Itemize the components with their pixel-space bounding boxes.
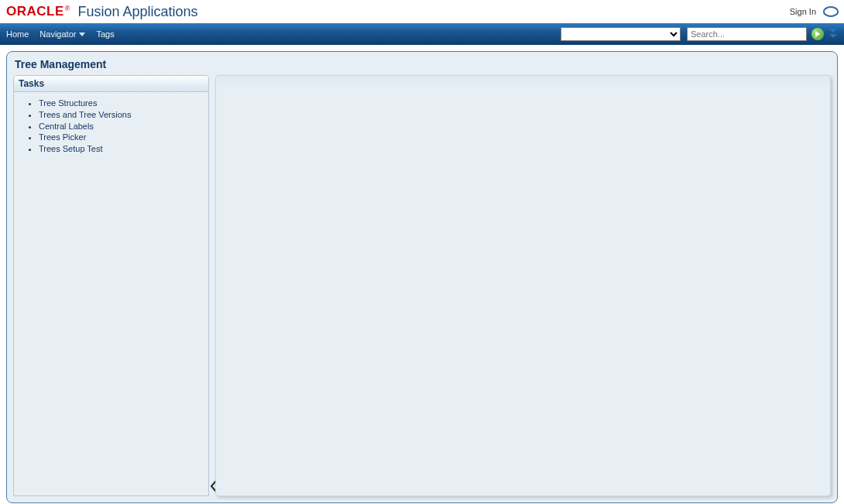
main-content-area bbox=[215, 75, 831, 496]
task-item-label: Trees Setup Test bbox=[39, 144, 103, 153]
page-title: Tree Management bbox=[13, 57, 831, 75]
nav-home-label: Home bbox=[6, 29, 29, 39]
tasks-panel: Tasks Tree Structures Trees and Tree Ver… bbox=[13, 75, 209, 496]
main-frame: Tree Management Tasks Tree Structures Tr… bbox=[6, 51, 838, 503]
nav-tags[interactable]: Tags bbox=[96, 29, 114, 39]
task-item-label: Central Labels bbox=[39, 122, 94, 131]
task-item-trees-setup-test[interactable]: Trees Setup Test bbox=[39, 144, 204, 155]
svg-point-0 bbox=[824, 7, 838, 16]
task-item-central-labels[interactable]: Central Labels bbox=[39, 122, 204, 132]
task-item-label: Tree Structures bbox=[39, 98, 97, 108]
task-item-label: Trees Picker bbox=[39, 132, 86, 142]
play-icon bbox=[815, 31, 821, 37]
oracle-logo-text: ORACLE bbox=[6, 4, 64, 19]
primary-navbar: Home Navigator Tags bbox=[0, 23, 844, 45]
nav-navigator[interactable]: Navigator bbox=[39, 29, 85, 39]
nav-scope-select[interactable] bbox=[561, 27, 681, 41]
search-go-button[interactable] bbox=[811, 28, 824, 40]
task-item-trees-and-tree-versions[interactable]: Trees and Tree Versions bbox=[39, 110, 204, 121]
global-header: ORACLE ® Fusion Applications Sign In bbox=[0, 0, 844, 23]
accessibility-icon[interactable] bbox=[822, 5, 839, 18]
nav-navigator-label: Navigator bbox=[39, 29, 76, 39]
chevron-down-icon bbox=[79, 29, 85, 39]
task-item-label: Trees and Tree Versions bbox=[39, 110, 131, 119]
nav-home[interactable]: Home bbox=[6, 29, 29, 39]
app-title: Fusion Applications bbox=[77, 4, 197, 20]
tasks-panel-body: Tree Structures Trees and Tree Versions … bbox=[14, 92, 208, 495]
nav-tags-label: Tags bbox=[96, 29, 114, 39]
sign-in-link[interactable]: Sign In bbox=[790, 7, 816, 16]
oracle-logo: ORACLE ® bbox=[6, 4, 70, 19]
oracle-logo-registered: ® bbox=[65, 5, 70, 12]
tasks-list: Tree Structures Trees and Tree Versions … bbox=[22, 98, 204, 155]
expand-toggle-icon[interactable] bbox=[829, 28, 838, 40]
task-item-trees-picker[interactable]: Trees Picker bbox=[39, 132, 204, 143]
tasks-panel-header: Tasks bbox=[14, 76, 208, 92]
global-search-input[interactable] bbox=[687, 27, 807, 41]
content-row: Tasks Tree Structures Trees and Tree Ver… bbox=[13, 75, 831, 496]
task-item-tree-structures[interactable]: Tree Structures bbox=[39, 98, 204, 109]
